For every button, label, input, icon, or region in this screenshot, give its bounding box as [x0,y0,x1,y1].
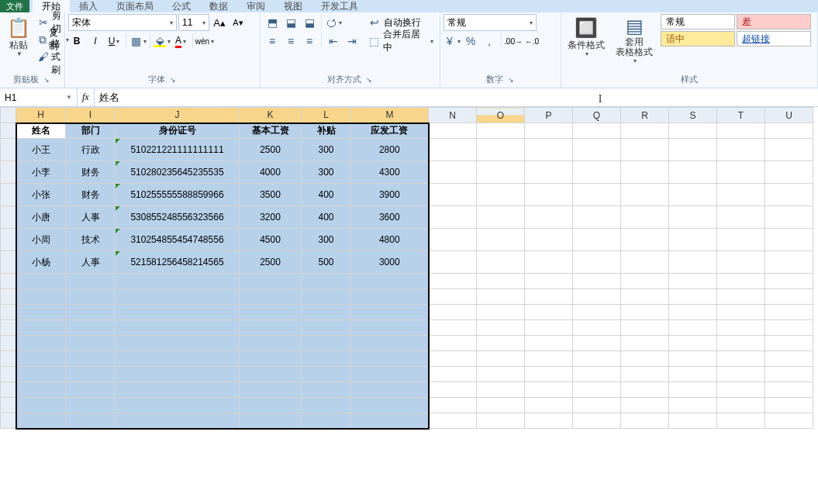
cell[interactable]: 530855248556323566 [116,206,240,229]
cell[interactable] [669,382,717,398]
cell[interactable] [477,382,525,398]
cell[interactable]: 300 [302,161,351,184]
cell[interactable] [573,398,621,413]
cell[interactable] [116,289,240,305]
cell[interactable] [765,305,813,320]
cell[interactable] [429,206,477,229]
cell[interactable] [240,351,302,367]
cell[interactable] [621,413,669,429]
cell[interactable] [351,305,429,320]
cell[interactable]: 人事 [66,206,116,229]
decrease-indent-button[interactable]: ⇤ [325,33,342,50]
cell[interactable] [669,274,717,289]
cell[interactable] [66,305,116,320]
bold-button[interactable]: B [68,33,85,50]
cell[interactable] [302,398,351,413]
cell[interactable]: 3500 [240,184,302,206]
cell[interactable] [765,161,813,184]
worksheet-grid[interactable]: H I J K L M N O P Q R S T U 姓名部门身份证号基本工资… [0,107,818,502]
cell[interactable] [525,305,573,320]
col-header[interactable]: U [765,108,813,123]
cell[interactable] [621,161,669,184]
cell[interactable] [765,184,813,206]
row-header[interactable] [1,382,16,398]
cell[interactable]: 500 [302,251,351,274]
cell[interactable] [765,123,813,139]
col-header[interactable]: S [669,108,717,123]
cell[interactable] [66,289,116,305]
cell[interactable] [477,229,525,251]
cell[interactable]: 4300 [351,161,429,184]
increase-font-button[interactable]: A▴ [211,14,228,31]
cell[interactable] [717,206,765,229]
cell[interactable] [525,139,573,161]
cell[interactable] [429,413,477,429]
table-format-button[interactable]: ▤ 套用 表格格式 ▾ [613,14,656,65]
cell[interactable] [351,351,429,367]
cell[interactable] [429,336,477,351]
cell[interactable] [477,206,525,229]
cell[interactable]: 3900 [351,184,429,206]
cell[interactable]: 510221221111111111 [116,139,240,161]
cell[interactable] [429,320,477,336]
cell[interactable] [429,123,477,139]
cell[interactable] [16,305,66,320]
cell[interactable] [717,351,765,367]
cell[interactable] [66,413,116,429]
cell[interactable] [66,367,116,382]
cell[interactable]: 2800 [351,139,429,161]
cell[interactable] [621,351,669,367]
increase-decimal-button[interactable]: .00→ [505,33,522,50]
row-header[interactable] [1,289,16,305]
cell[interactable] [477,123,525,139]
tab-data[interactable]: 数据 [200,0,237,12]
cell[interactable] [717,382,765,398]
underline-button[interactable]: U▾ [105,33,123,50]
cell[interactable] [66,351,116,367]
cell[interactable] [477,336,525,351]
cell[interactable] [573,413,621,429]
cell[interactable] [302,382,351,398]
orientation-button[interactable]: ⭯▾ [325,14,342,31]
cell[interactable] [16,367,66,382]
cell[interactable] [351,398,429,413]
cell[interactable] [66,274,116,289]
formula-input[interactable]: 姓名 I [95,88,818,106]
cell[interactable] [669,206,717,229]
cell[interactable] [621,382,669,398]
cell[interactable] [621,336,669,351]
cell[interactable] [240,382,302,398]
cell[interactable] [16,289,66,305]
cell[interactable] [429,398,477,413]
cell[interactable] [573,336,621,351]
cell[interactable] [717,161,765,184]
cell[interactable] [477,367,525,382]
cell[interactable] [429,161,477,184]
style-chip-normal[interactable]: 常规 [661,14,735,29]
cell[interactable] [669,336,717,351]
merge-center-button[interactable]: ⬚ 合并后居中 ▾ [365,33,437,50]
cell[interactable] [116,320,240,336]
cell[interactable] [351,382,429,398]
row-header[interactable] [1,413,16,429]
cell[interactable]: 行政 [66,139,116,161]
row-header[interactable] [1,123,16,139]
cell[interactable] [621,289,669,305]
row-header[interactable] [1,229,16,251]
cell[interactable] [621,305,669,320]
cell[interactable] [351,320,429,336]
row-header[interactable] [1,398,16,413]
cell[interactable] [477,320,525,336]
cell[interactable] [573,367,621,382]
cell[interactable] [477,274,525,289]
cell[interactable] [116,274,240,289]
cell[interactable] [302,305,351,320]
cell[interactable] [573,289,621,305]
cell[interactable] [621,184,669,206]
cell[interactable] [669,351,717,367]
cell[interactable] [477,251,525,274]
cell[interactable] [621,274,669,289]
cell[interactable] [669,320,717,336]
style-chip-hyperlink[interactable]: 超链接 [737,31,811,47]
cell[interactable]: 基本工资 [240,123,302,139]
